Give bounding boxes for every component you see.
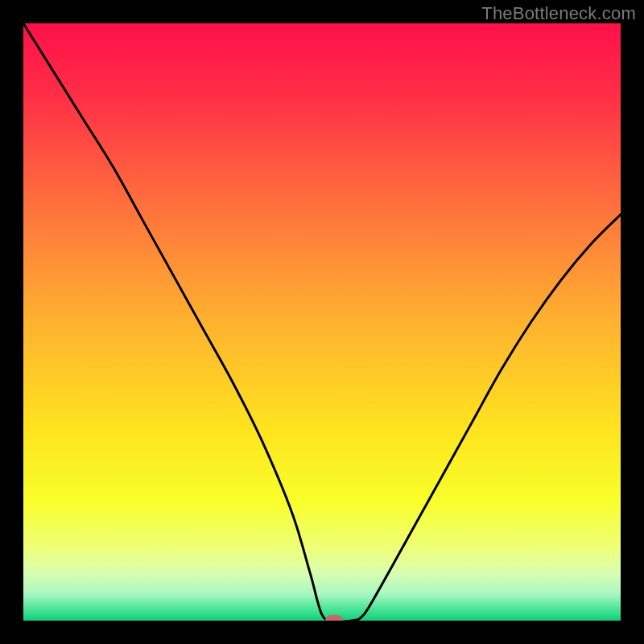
plot-area [23, 23, 621, 621]
curve-path [23, 23, 621, 621]
optimal-point-marker [325, 615, 343, 621]
watermark-text: TheBottleneck.com [481, 3, 636, 24]
chart-frame: TheBottleneck.com [0, 0, 644, 644]
bottleneck-curve [23, 23, 621, 621]
